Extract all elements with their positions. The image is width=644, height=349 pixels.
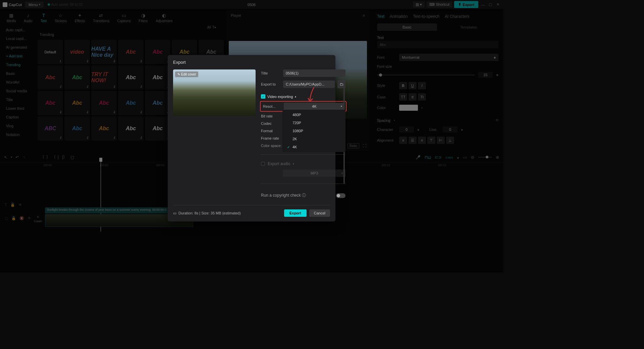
- video-exporting-checkbox[interactable]: ✓ Video exporting ▴: [261, 94, 345, 99]
- framerate-label: Frame rate: [261, 136, 280, 140]
- audio-format-dropdown[interactable]: MP3▾: [283, 169, 345, 177]
- export-dialog: Export ✎ Edit cover Title Export to 🗀 ✓ …: [168, 55, 335, 221]
- title-field-label: Title: [261, 71, 280, 75]
- duration-info: ▭ Duration: 8s | Size: 35 MB (estimated): [173, 211, 241, 215]
- edit-cover-button[interactable]: ✎ Edit cover: [175, 71, 198, 77]
- exportto-field[interactable]: [283, 81, 335, 88]
- codec-label: Codec: [261, 121, 280, 126]
- resolution-option[interactable]: 2K: [282, 135, 345, 143]
- bitrate-label: Bit rate: [261, 114, 280, 118]
- audio-checkbox[interactable]: [261, 162, 265, 166]
- resolution-label: Resol...: [262, 104, 281, 108]
- copyright-toggle[interactable]: [336, 193, 345, 198]
- exportto-label: Export to: [261, 82, 280, 86]
- resolution-option[interactable]: ✓4K: [282, 143, 345, 151]
- format-label: Format: [261, 129, 280, 133]
- chevron-up-icon: ▴: [341, 104, 342, 107]
- resolution-option[interactable]: 1080P: [282, 127, 345, 135]
- resolution-option[interactable]: 480P: [282, 111, 345, 119]
- dialog-export-button[interactable]: Export: [284, 209, 307, 217]
- checkbox-checked-icon: ✓: [261, 94, 265, 99]
- title-field[interactable]: [283, 69, 345, 77]
- resolution-option[interactable]: 720P: [282, 119, 345, 127]
- resolution-options: 480P720P1080P2K✓4K: [282, 110, 345, 152]
- copyright-label: Run a copyright check ⓘ: [261, 193, 306, 198]
- dialog-title: Export: [173, 60, 330, 65]
- export-audio-label: Export audio: [268, 161, 290, 166]
- dialog-cancel-button[interactable]: Cancel: [309, 209, 330, 217]
- resolution-dropdown[interactable]: 4K ▴: [284, 103, 345, 110]
- cover-preview: ✎ Edit cover: [173, 69, 256, 116]
